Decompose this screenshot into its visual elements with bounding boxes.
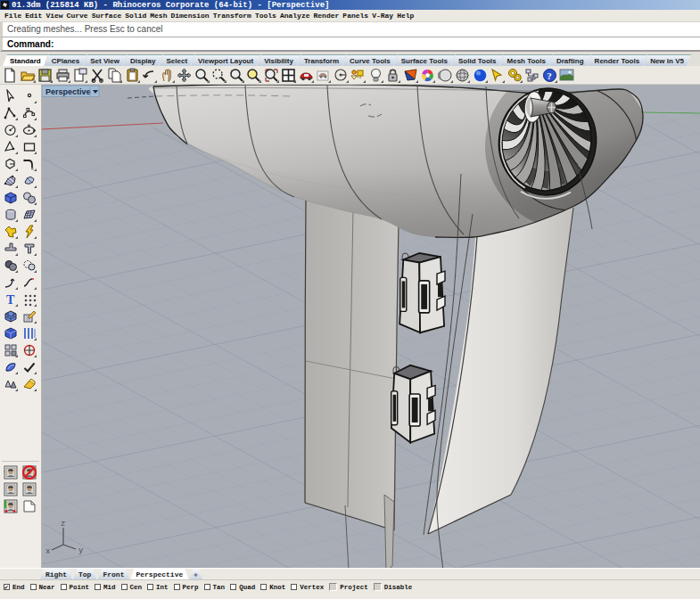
- svg-text:?: ?: [547, 70, 552, 80]
- svg-text:T: T: [6, 293, 15, 307]
- svg-text:x: x: [45, 547, 50, 556]
- svg-text:y: y: [78, 546, 84, 555]
- svg-text:z: z: [61, 520, 65, 529]
- svg-text:Perspective: Perspective: [45, 87, 91, 96]
